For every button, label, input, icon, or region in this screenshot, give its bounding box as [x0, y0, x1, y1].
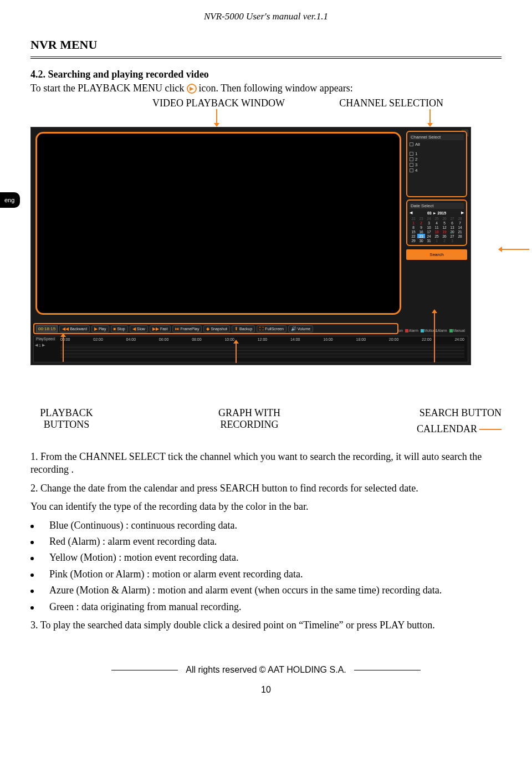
playback-toolbar: 00:18:15 ◀◀Backward▶Play■Stop◀Slow▶▶Fast… — [33, 323, 398, 334]
search-button[interactable]: Search — [406, 249, 467, 260]
label-search-button: SEARCH BUTTON — [396, 407, 502, 419]
date-select-panel: Date Select ◀ 03 ► 2015 ▶ 22232425262728… — [406, 199, 467, 246]
footer: All rights reserved © AAT HOLDING S.A. 1… — [30, 665, 502, 695]
stop-button[interactable]: ■Stop — [111, 325, 128, 332]
timeline-hours: 00:0002:0004:0006:0008:0010:0012:0014:00… — [60, 337, 464, 341]
channel-label: 3 — [415, 162, 417, 167]
channel-all[interactable]: All — [410, 142, 464, 147]
arrow-line-icon — [479, 429, 502, 430]
arrow-row-bottom — [30, 365, 502, 385]
channel-select-panel: Channel Select All 1 2 3 4 — [406, 131, 467, 197]
identify-note: You can identify the type of the recordi… — [30, 500, 502, 513]
label-video-window: VIDEO PLAYBACK WINDOW — [152, 98, 285, 109]
section-title: NVR MENU — [30, 38, 502, 52]
fullscreen-button[interactable]: ⛶FullScreen — [257, 325, 286, 332]
channel-label: 1 — [415, 151, 417, 156]
channel-label: 2 — [415, 157, 417, 162]
arrow-row-top — [30, 109, 502, 127]
doc-header: NVR-5000 User's manual ver.1.1 — [30, 11, 502, 22]
channel-label: 4 — [415, 168, 417, 173]
next-month-icon[interactable]: ▶ — [461, 211, 464, 215]
channel-3[interactable]: 3 — [410, 162, 464, 167]
step-2: 2. Change the date from the calendar and… — [30, 482, 502, 495]
playback-screenshot: ✕ Channel Select All 1 2 3 4 Date Select… — [30, 127, 471, 365]
frameplay-button[interactable]: ⏭FramePlay — [172, 325, 202, 332]
channel-panel-title: Channel Select — [410, 134, 464, 140]
arrow-up-icon — [236, 343, 237, 363]
channel-1[interactable]: 1 — [410, 151, 464, 156]
volume-button[interactable]: 🔊Volume — [288, 325, 313, 332]
label-playback-buttons: PLAYBACK BUTTONS — [30, 407, 103, 435]
list-item: Azure (Motion & Alarm) : motion and alar… — [30, 584, 502, 597]
timeline-bars — [60, 344, 464, 361]
slow-button[interactable]: ◀Slow — [130, 325, 148, 332]
timeline[interactable]: PlaySpeed ◀ 1 ▶ 00:0002:0004:0006:0008:0… — [33, 336, 468, 362]
backward-button[interactable]: ◀◀Backward — [59, 325, 90, 332]
arrow-left-icon — [502, 249, 529, 250]
footer-text: All rights reserved © AAT HOLDING S.A. — [178, 665, 354, 675]
channel-label: All — [415, 142, 420, 147]
body-text: 1. From the CHANNEL SELECT tick the chan… — [30, 450, 502, 632]
list-item: Pink (Motion or Alarm) : motion or alarm… — [30, 568, 502, 581]
time-display: 00:18:15 — [36, 325, 58, 332]
snapshot-button[interactable]: ◆Snapshot — [203, 325, 230, 332]
label-channel-selection: CHANNEL SELECTION — [339, 98, 443, 109]
label-callendar: CALLENDAR — [417, 423, 477, 435]
video-window[interactable] — [35, 132, 401, 315]
play-icon: ▶ — [187, 84, 197, 94]
eng-badge: eng — [0, 192, 20, 208]
list-item: Yellow (Motion) : motion event recording… — [30, 551, 502, 564]
list-item: Blue (Continuous) : continuous recording… — [30, 519, 502, 532]
intro-pre: To start the PLAYBACK MENU click — [30, 83, 185, 94]
list-item: Red (Alarm) : alarm event recording data… — [30, 535, 502, 548]
date-panel-title: Date Select — [410, 203, 464, 209]
calendar[interactable]: 2223242526272812345678910111213141516171… — [410, 216, 464, 243]
intro-post: icon. Then following window appears: — [199, 83, 353, 94]
arrow-up-icon — [63, 336, 64, 362]
fast-button[interactable]: ▶▶Fast — [150, 325, 171, 332]
recording-color-list: Blue (Continuous) : continuous recording… — [30, 519, 502, 613]
intro-line: To start the PLAYBACK MENU click ▶ icon.… — [30, 83, 502, 94]
arrow-up-icon — [434, 313, 435, 362]
channel-2[interactable]: 2 — [410, 157, 464, 162]
arrow-down-icon — [216, 109, 217, 124]
page-number: 10 — [30, 685, 502, 695]
list-item: Green : data originating from manual rec… — [30, 601, 502, 613]
playspeed-label: PlaySpeed — [35, 337, 56, 341]
calendar-nav[interactable]: ◀ 03 ► 2015 ▶ — [410, 211, 464, 215]
title-rule — [30, 57, 502, 59]
backup-button[interactable]: ⬆Backup — [232, 325, 255, 332]
arrow-down-icon — [429, 109, 431, 124]
subsection-heading: 4.2. Searching and playing recorded vide… — [30, 69, 502, 80]
step-3: 3. To play the searched data simply doub… — [30, 619, 502, 632]
step-1: 1. From the CHANNEL SELECT tick the chan… — [30, 450, 502, 477]
playspeed-control[interactable]: ◀ 1 ▶ — [35, 343, 45, 347]
play-button[interactable]: ▶Play — [91, 325, 109, 332]
channel-4[interactable]: 4 — [410, 168, 464, 173]
prev-month-icon[interactable]: ◀ — [410, 211, 412, 215]
label-graph-recording: GRAPH WITH RECORDING — [205, 407, 294, 435]
